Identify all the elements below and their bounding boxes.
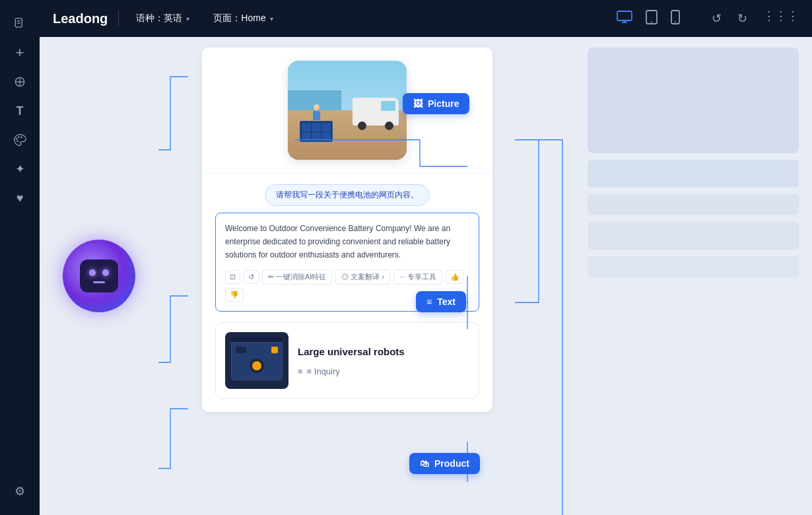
language-dropdown[interactable]: 语种：英语 ▾ (129, 9, 196, 28)
svg-point-14 (651, 21, 652, 22)
inquiry-label: ≡ Inquiry (307, 366, 340, 376)
undo-button[interactable]: ↺ (706, 9, 727, 28)
product-title: Large universal robots (298, 345, 405, 359)
product-info: Large universal robots ≡ ≡ Inquiry (298, 345, 405, 376)
language-chevron-icon: ▾ (186, 15, 189, 22)
inquiry-icon: ≡ (298, 366, 303, 376)
sidebar-item-star[interactable]: ✦ (7, 156, 33, 182)
language-label: 语种：英语 (136, 13, 182, 24)
app-root: + T ✦ ♥ ⚙ Leadong 语种：英语 ▾ 页面：Home ▾ (0, 0, 812, 515)
sidebar-item-favorite[interactable]: ♥ (7, 185, 33, 211)
topbar: Leadong 语种：英语 ▾ 页面：Home ▾ (40, 0, 812, 37)
mobile-icon[interactable] (668, 7, 683, 30)
device-icons (614, 7, 683, 30)
remove-ai-button[interactable]: ✏ 一键消除AI特征 (262, 269, 332, 285)
sidebar-item-text[interactable]: T (7, 98, 33, 124)
sidebar-item-settings[interactable]: ⚙ (7, 478, 33, 504)
product-section: Large universal robots ≡ ≡ Inquiry (202, 322, 492, 412)
text-label[interactable]: ≡ Text (416, 291, 466, 312)
text-icon: ≡ (426, 296, 432, 307)
svg-rect-10 (617, 11, 632, 20)
sidebar-item-palette[interactable] (7, 127, 33, 153)
right-block-2 (588, 160, 799, 188)
right-block-3 (588, 194, 799, 215)
main-content: 🖼 Picture ≡ Text 🛍 Product (40, 37, 812, 515)
main-area: Leadong 语种：英语 ▾ 页面：Home ▾ (40, 0, 812, 515)
sidebar-item-document[interactable] (7, 11, 33, 37)
svg-point-6 (17, 140, 18, 142)
logo: Leadong (53, 11, 108, 26)
ai-avatar-area (40, 37, 158, 515)
sidebar-item-add[interactable]: + (7, 40, 33, 66)
sidebar: + T ✦ ♥ ⚙ (0, 0, 40, 515)
remove-ai-label: 一键消除AI特征 (276, 272, 326, 282)
ai-prompt-text: 请帮我写一段关于便携电池的网页内容。 (276, 190, 419, 199)
ai-prompt-container: 请帮我写一段关于便携电池的网页内容。 (215, 184, 479, 206)
image-card[interactable] (288, 61, 407, 160)
picture-label[interactable]: 🖼 Picture (403, 93, 469, 114)
ai-avatar (63, 240, 135, 312)
page-label: 页面：Home (213, 13, 265, 24)
redo-button[interactable]: ↻ (732, 9, 753, 28)
product-label[interactable]: 🛍 Product (409, 453, 480, 474)
thumbs-up-button[interactable]: 👍 (446, 270, 464, 284)
product-image (225, 332, 288, 389)
copy-button[interactable]: ⊡ (225, 270, 240, 284)
svg-point-7 (16, 138, 18, 140)
text-content: Welcome to Outdoor Convenience Battery C… (225, 223, 469, 261)
picture-label-text: Picture (428, 98, 459, 109)
topbar-actions: ↺ ↻ ⋮⋮⋮ (706, 9, 799, 28)
right-panel (574, 37, 812, 515)
desktop-icon[interactable] (614, 8, 635, 30)
topbar-divider (118, 11, 119, 26)
page-chevron-icon: ▾ (270, 15, 273, 22)
picture-icon: 🖼 (413, 98, 423, 109)
product-card[interactable]: Large universal robots ≡ ≡ Inquiry (215, 322, 479, 399)
page-preview-area: 🖼 Picture ≡ Text 🛍 Product (158, 37, 574, 515)
inquiry-button[interactable]: ≡ ≡ Inquiry (298, 366, 405, 376)
svg-point-9 (20, 137, 22, 139)
tablet-icon[interactable] (643, 7, 660, 30)
product-label-text: Product (434, 458, 469, 469)
thumbs-down-button[interactable]: 👎 (225, 288, 244, 302)
svg-point-16 (675, 21, 676, 22)
refresh-button[interactable]: ↺ (244, 270, 259, 284)
right-block-5 (588, 256, 799, 277)
grid-button[interactable]: ⋮⋮⋮ (763, 9, 799, 28)
sidebar-item-pattern[interactable] (7, 69, 33, 95)
tools-button[interactable]: ··· 专享工具 (393, 269, 442, 285)
right-block-1 (588, 48, 799, 153)
svg-point-8 (18, 137, 19, 139)
ai-prompt-box: 请帮我写一段关于便携电池的网页内容。 (265, 184, 430, 206)
svg-rect-0 (15, 18, 22, 27)
translate-button[interactable]: ◎ 文案翻译 › (335, 269, 390, 285)
text-label-text: Text (437, 296, 456, 307)
page-dropdown[interactable]: 页面：Home ▾ (207, 9, 279, 28)
product-icon: 🛍 (420, 458, 429, 469)
right-block-4 (588, 222, 799, 250)
canvas-area: 🖼 Picture ≡ Text 🛍 Product (158, 37, 812, 515)
